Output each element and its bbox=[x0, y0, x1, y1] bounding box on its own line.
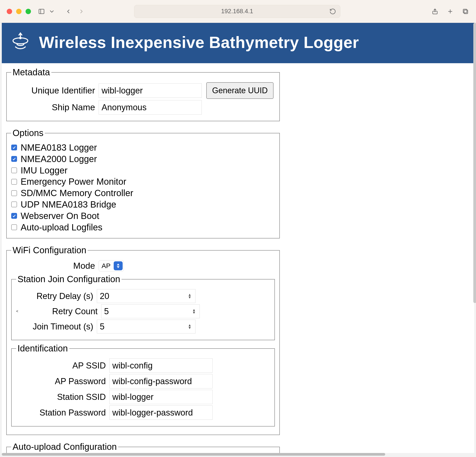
horizontal-scrollbar-thumb[interactable] bbox=[2, 453, 385, 456]
station-password-input[interactable] bbox=[110, 406, 212, 420]
ap-ssid-input[interactable] bbox=[110, 358, 212, 373]
svg-marker-10 bbox=[117, 266, 119, 268]
vertical-scrollbar-thumb[interactable] bbox=[473, 23, 476, 303]
new-tab-icon[interactable] bbox=[446, 8, 454, 15]
auto-upload-fieldset: Auto-upload Configuration Server IP bbox=[6, 442, 280, 453]
station-ssid-input[interactable] bbox=[110, 390, 212, 404]
ap-password-label: AP Password bbox=[16, 377, 107, 386]
station-join-fieldset: Station Join Configuration Retry Delay (… bbox=[11, 274, 275, 340]
option-label: NMEA0183 Logger bbox=[21, 142, 97, 153]
generate-uuid-button[interactable]: Generate UUID bbox=[206, 82, 273, 99]
retry-delay-input[interactable] bbox=[97, 289, 196, 303]
options-legend: Options bbox=[11, 128, 45, 138]
page-title: Wireless Inexpensive Bathymetry Logger bbox=[39, 33, 359, 51]
option-label: UDP NMEA0183 Bridge bbox=[21, 199, 116, 210]
option-label: SD/MMC Memory Controller bbox=[21, 188, 133, 199]
unique-id-input[interactable] bbox=[99, 83, 202, 98]
window-zoom-button[interactable] bbox=[26, 9, 31, 14]
nav-arrows bbox=[65, 8, 85, 15]
metadata-fieldset: Metadata Unique Identifier Generate UUID… bbox=[6, 67, 280, 121]
auto-upload-legend: Auto-upload Configuration bbox=[11, 442, 118, 452]
option-label: IMU Logger bbox=[21, 165, 68, 176]
svg-point-8 bbox=[20, 37, 21, 39]
unique-id-label: Unique Identifier bbox=[11, 86, 96, 95]
page-viewport: Wireless Inexpensive Bathymetry Logger M… bbox=[2, 23, 474, 453]
config-form: Metadata Unique Identifier Generate UUID… bbox=[2, 63, 284, 453]
reload-icon[interactable] bbox=[329, 8, 337, 15]
url-text: 192.168.4.1 bbox=[221, 8, 253, 15]
metadata-legend: Metadata bbox=[11, 67, 51, 77]
retry-delay-label: Retry Delay (s) bbox=[16, 291, 95, 301]
browser-chrome: 192.168.4.1 bbox=[0, 0, 476, 23]
option-row: IMU Logger bbox=[11, 165, 275, 176]
chevron-down-icon[interactable] bbox=[48, 8, 56, 15]
option-row: Emergency Power Monitor bbox=[11, 176, 275, 187]
forward-button[interactable] bbox=[77, 8, 85, 15]
option-label: Webserver On Boot bbox=[21, 211, 99, 221]
option-checkbox[interactable] bbox=[11, 167, 17, 173]
select-arrows-icon bbox=[114, 261, 123, 270]
back-button[interactable] bbox=[65, 8, 72, 15]
retry-count-input[interactable] bbox=[101, 304, 200, 318]
ship-name-label: Ship Name bbox=[11, 102, 96, 112]
chrome-right-controls bbox=[431, 8, 469, 15]
logo-icon bbox=[8, 30, 33, 55]
window-minimize-button[interactable] bbox=[16, 9, 22, 14]
station-join-legend: Station Join Configuration bbox=[16, 274, 121, 284]
option-row: NMEA2000 Logger bbox=[11, 153, 275, 164]
option-label: Emergency Power Monitor bbox=[21, 176, 126, 187]
window-controls bbox=[7, 9, 31, 14]
join-timeout-label: Join Timeout (s) bbox=[16, 322, 95, 331]
share-icon[interactable] bbox=[431, 8, 439, 15]
wifi-fieldset: WiFi Configuration Mode AP Station Join … bbox=[6, 245, 280, 435]
vertical-scrollbar[interactable] bbox=[474, 23, 476, 453]
option-row: SD/MMC Memory Controller bbox=[11, 188, 275, 199]
tabs-overview-icon[interactable] bbox=[462, 8, 469, 15]
option-label: Auto-upload Logfiles bbox=[21, 222, 102, 233]
horizontal-scrollbar[interactable] bbox=[2, 453, 474, 456]
identification-fieldset: Identification AP SSID AP Password Stati… bbox=[11, 343, 275, 426]
identification-legend: Identification bbox=[16, 343, 69, 354]
option-checkbox[interactable] bbox=[11, 144, 17, 150]
wifi-mode-value: AP bbox=[102, 262, 114, 270]
ap-password-input[interactable] bbox=[110, 374, 212, 389]
option-row: NMEA0183 Logger bbox=[11, 142, 275, 153]
options-fieldset: Options NMEA0183 LoggerNMEA2000 LoggerIM… bbox=[6, 128, 280, 238]
option-row: UDP NMEA0183 Bridge bbox=[11, 199, 275, 210]
option-checkbox[interactable] bbox=[11, 213, 17, 219]
svg-marker-9 bbox=[117, 263, 119, 265]
option-row: Auto-upload Logfiles bbox=[11, 222, 275, 233]
svg-rect-0 bbox=[39, 9, 44, 14]
option-checkbox[interactable] bbox=[11, 224, 17, 230]
join-timeout-input[interactable] bbox=[97, 320, 196, 333]
wifi-mode-select[interactable]: AP bbox=[99, 260, 124, 271]
option-label: NMEA2000 Logger bbox=[21, 153, 97, 164]
retry-count-label: Retry Count bbox=[20, 307, 99, 316]
option-checkbox[interactable] bbox=[11, 156, 17, 162]
window-close-button[interactable] bbox=[7, 9, 12, 14]
sidebar-toggle-icon[interactable] bbox=[38, 8, 45, 15]
wifi-mode-label: Mode bbox=[11, 261, 96, 271]
option-checkbox[interactable] bbox=[11, 179, 17, 185]
svg-rect-5 bbox=[464, 10, 468, 13]
stepper-icon[interactable]: ▲▼ bbox=[188, 324, 194, 329]
url-bar[interactable]: 192.168.4.1 bbox=[134, 5, 340, 18]
stepper-icon[interactable]: ▲▼ bbox=[192, 309, 198, 314]
ap-ssid-label: AP SSID bbox=[16, 361, 107, 371]
station-ssid-label: Station SSID bbox=[16, 392, 107, 402]
option-checkbox[interactable] bbox=[11, 202, 17, 207]
svg-rect-6 bbox=[463, 9, 467, 13]
ship-name-input[interactable] bbox=[99, 100, 202, 115]
stepper-icon[interactable]: ▲▼ bbox=[188, 294, 194, 298]
wifi-legend: WiFi Configuration bbox=[11, 245, 88, 255]
page-banner: Wireless Inexpensive Bathymetry Logger bbox=[2, 23, 474, 63]
option-checkbox[interactable] bbox=[11, 190, 17, 196]
option-row: Webserver On Boot bbox=[11, 211, 275, 221]
station-password-label: Station Password bbox=[16, 408, 107, 418]
